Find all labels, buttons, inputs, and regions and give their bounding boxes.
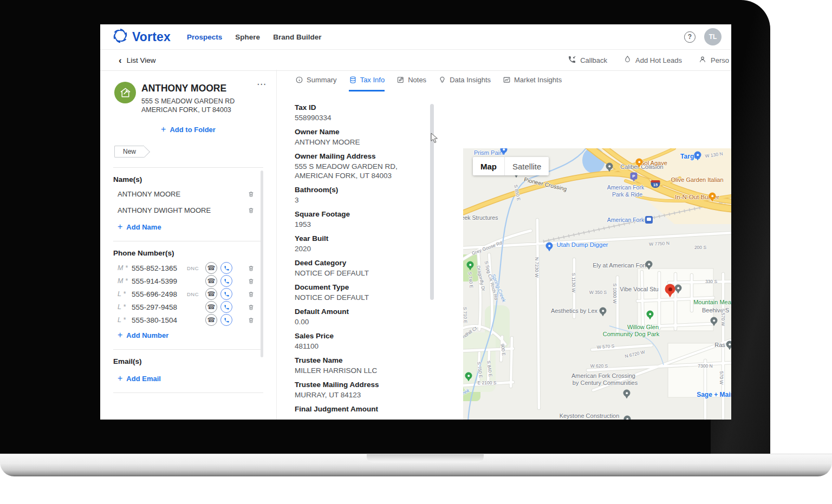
pin-label	[646, 261, 653, 268]
nav-item-sphere[interactable]: Sphere	[235, 33, 260, 41]
tax-field: Tax ID 558990334	[295, 103, 425, 122]
landline-phone-button[interactable]: ☎	[205, 301, 217, 313]
delete-name-button[interactable]	[248, 207, 255, 214]
contact-info: ANTHONY MOORE 555 S MEADOW GARDEN RD AME…	[141, 82, 257, 114]
name-row: ANTHONY DWIGHT MOORE	[118, 202, 255, 218]
map-pin[interactable]	[675, 285, 682, 292]
landline-phone-button[interactable]: ☎	[205, 314, 217, 326]
map-pin[interactable]	[645, 216, 653, 224]
delete-phone-button[interactable]	[248, 278, 255, 285]
map-pin[interactable]	[636, 159, 643, 166]
tax-field: Owner Mailing Address 555 S MEADOW GARDE…	[295, 152, 425, 180]
tab-label: Market Insights	[514, 76, 562, 84]
pin-label	[645, 216, 653, 224]
map-pin[interactable]	[647, 311, 654, 318]
call-button[interactable]	[220, 288, 232, 300]
landline-phone-button[interactable]: ☎	[205, 262, 217, 274]
tab-data-insights[interactable]: Data Insights	[438, 70, 491, 91]
names-list: ANTHONY MOORE ANTHONY DWIGHT MOORE	[100, 186, 276, 218]
map-pin[interactable]: P	[630, 173, 638, 180]
plus-icon: +	[118, 374, 122, 383]
call-button[interactable]	[220, 262, 232, 274]
pin-label: P	[630, 173, 638, 180]
status-badge[interactable]: New	[114, 146, 144, 158]
map-pin[interactable]	[606, 163, 613, 170]
satellite-view-button[interactable]: Satellite	[505, 157, 549, 175]
delete-phone-button[interactable]	[248, 304, 255, 311]
map-pin[interactable]	[709, 193, 716, 200]
map-label: Park & Ride	[612, 191, 642, 198]
screenshot-stage: Vortex Prospects Sphere Brand Builder ? …	[0, 0, 832, 504]
vortex-logo[interactable]: Vortex	[112, 28, 171, 46]
map-pin[interactable]	[600, 307, 607, 315]
map-label: S 570 W	[720, 309, 726, 326]
personal-menu-button[interactable]: Perso	[698, 55, 729, 66]
delete-phone-button[interactable]	[248, 265, 255, 272]
contact-header: ANTHONY MOORE 555 S MEADOW GARDEN RD AME…	[100, 82, 276, 114]
call-icon	[224, 265, 230, 271]
tab-tax-info[interactable]: Tax Info	[349, 70, 385, 91]
map-pin[interactable]	[624, 416, 631, 420]
add-hot-leads-button[interactable]: Add Hot Leads	[623, 55, 682, 65]
delete-phone-button[interactable]	[248, 317, 255, 324]
tab-notes[interactable]: Notes	[396, 70, 426, 91]
delete-name-button[interactable]	[248, 191, 255, 198]
map-pin[interactable]	[467, 261, 474, 269]
map-pin[interactable]	[465, 372, 472, 379]
map-pin[interactable]	[726, 341, 732, 348]
delete-phone-button[interactable]	[248, 291, 255, 298]
divider	[113, 349, 263, 350]
detail-tabs: Summary Tax Info Notes Data Insights	[277, 70, 731, 91]
map-label: Willow Glen	[627, 324, 659, 330]
map-label: Utah Dump Digger	[556, 241, 608, 248]
map-pin[interactable]	[546, 243, 553, 250]
tab-market-insights[interactable]: Market Insights	[503, 70, 562, 91]
vortex-swirl-icon	[112, 28, 128, 46]
left-panel-scrollbar[interactable]	[261, 171, 263, 357]
back-to-list-view[interactable]: ‹ List View	[119, 56, 155, 65]
map-pin[interactable]: 15	[651, 180, 660, 188]
property-map[interactable]: Prism PaintCaliber CollisionSol AgaveTar…	[463, 148, 731, 420]
divider	[113, 167, 263, 168]
add-number-button[interactable]: + Add Number	[118, 331, 276, 339]
map-pin[interactable]	[623, 390, 630, 397]
phone-type: L *	[118, 316, 132, 324]
map-pin[interactable]	[646, 261, 653, 268]
map-label: Keystone Construction	[560, 413, 620, 419]
pin-label	[465, 372, 472, 379]
tax-field-label: Tax ID	[295, 103, 425, 112]
map-pin[interactable]	[665, 284, 675, 294]
landline-phone-button[interactable]: ☎	[205, 275, 217, 287]
map-view-button[interactable]: Map	[473, 157, 504, 175]
landline-phone-button[interactable]: ☎	[205, 288, 217, 300]
pin-label	[623, 390, 630, 397]
call-icon	[224, 278, 230, 284]
contact-address-line2: AMERICAN FORK, UT 84003	[141, 106, 257, 114]
tax-field: Square Footage 1953	[295, 210, 425, 229]
tab-summary[interactable]: Summary	[295, 70, 337, 91]
nav-item-prospects[interactable]: Prospects	[187, 33, 222, 41]
call-button[interactable]	[220, 301, 232, 313]
add-email-button[interactable]: + Add Email	[118, 374, 276, 383]
add-name-button[interactable]: + Add Name	[118, 222, 276, 231]
tab-label: Notes	[408, 76, 426, 84]
tab-label: Summary	[307, 76, 337, 84]
notes-pencil-icon	[396, 76, 405, 84]
help-icon[interactable]: ?	[684, 31, 696, 43]
tax-field-value: 555 S MEADOW GARDEN RD, AMERICAN FORK, U…	[295, 162, 425, 180]
map-label: Aesthetics by Lex	[551, 307, 597, 314]
call-button[interactable]	[220, 275, 232, 287]
callback-label: Callback	[580, 56, 607, 64]
add-to-folder-button[interactable]: + Add to Folder	[100, 125, 276, 134]
pin-label	[726, 341, 732, 348]
pin-label	[665, 284, 675, 294]
map-pin[interactable]	[711, 317, 718, 324]
tax-field-value: 558990334	[295, 113, 425, 122]
user-avatar[interactable]: TL	[704, 28, 722, 45]
call-button[interactable]	[220, 314, 232, 326]
callback-button[interactable]: Callback	[568, 55, 607, 66]
more-options-icon[interactable]: ⋯	[257, 82, 266, 87]
map-pin[interactable]	[694, 152, 701, 159]
nav-item-brand-builder[interactable]: Brand Builder	[273, 33, 321, 41]
map-pin[interactable]	[500, 148, 508, 153]
